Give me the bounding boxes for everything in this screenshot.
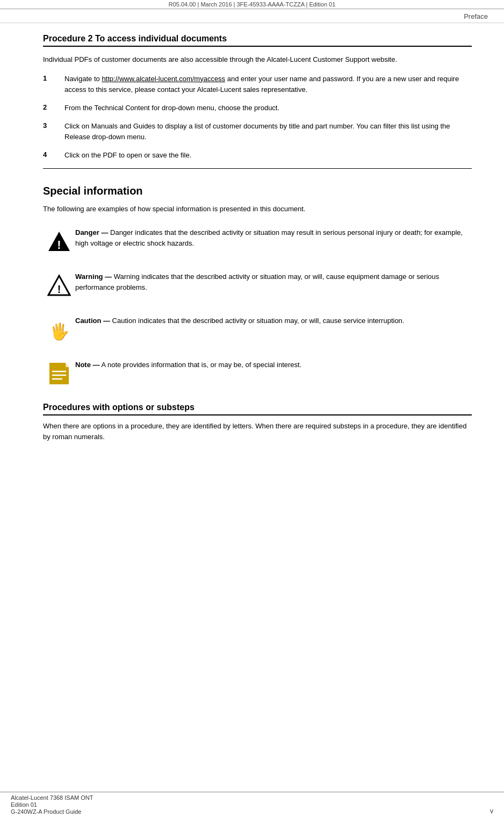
procedure-2-intro: Individual PDFs of customer documents ar… [43,54,472,65]
step-item: 1 Navigate to http://www.alcatel-lucent.… [43,74,472,95]
note-text: A note provides information that is, or … [100,361,302,369]
footer-line3: G-240WZ-A Product Guide [11,808,93,815]
step-4-text: Click on the PDF to open or save the fil… [64,150,472,161]
step-number-2: 2 [43,103,64,111]
special-information-intro: The following are examples of how specia… [43,204,472,214]
note-icon-container [43,362,75,385]
step-item: 4 Click on the PDF to open or save the f… [43,150,472,161]
caution-text: Caution indicates that the described act… [110,317,404,325]
special-information-section: Special information The following are ex… [43,185,472,389]
step-3-text: Click on Manuals and Guides to display a… [64,121,472,142]
danger-text: Danger indicates that the described acti… [75,228,463,247]
note-notice: Note — A note provides information that … [43,356,472,389]
footer-line2: Edition 01 [11,801,93,808]
footer-line1: Alcatel-Lucent 7368 ISAM ONT [11,794,93,801]
warning-label: Warning — [75,273,112,281]
warning-icon: ! [47,274,71,297]
procedures-substeps-section: Procedures with options or substeps When… [43,403,472,442]
header-text: R05.04.00 | March 2016 | 3FE-45933-AAAA-… [169,1,336,8]
procedure-2-section: Procedure 2 To access individual documen… [43,34,472,169]
page-section-label: Preface [0,9,504,23]
step-item: 3 Click on Manuals and Guides to display… [43,121,472,142]
footer: Alcatel-Lucent 7368 ISAM ONT Edition 01 … [0,792,504,817]
danger-icon-container: ! [43,230,75,253]
danger-content: Danger — Danger indicates that the descr… [75,227,472,249]
note-label: Note — [75,361,100,369]
step-item: 2 From the Technical Content for drop-do… [43,103,472,113]
svg-text:!: ! [57,283,61,295]
step-list: 1 Navigate to http://www.alcatel-lucent.… [43,74,472,161]
caution-content: Caution — Caution indicates that the des… [75,316,472,326]
main-content: Procedure 2 To access individual documen… [0,23,504,458]
section-divider [43,168,472,169]
step-number-4: 4 [43,150,64,159]
danger-icon: ! [47,230,71,253]
header-bar: R05.04.00 | March 2016 | 3FE-45933-AAAA-… [0,0,504,9]
svg-marker-6 [66,363,69,367]
special-information-title: Special information [43,185,472,197]
caution-icon-container: 🖐 [43,318,75,341]
step-number-1: 1 [43,74,64,82]
svg-text:!: ! [57,238,61,252]
svg-text:🖐: 🖐 [49,322,70,341]
step-1-text: Navigate to http://www.alcatel-lucent.co… [64,74,472,95]
procedures-substeps-text: When there are options in a procedure, t… [43,421,472,442]
caution-label: Caution — [75,317,110,325]
step-number-3: 3 [43,121,64,130]
note-icon [47,362,71,385]
note-content: Note — A note provides information that … [75,360,472,370]
warning-content: Warning — Warning indicates that the des… [75,271,472,293]
section-label-text: Preface [464,12,488,20]
warning-notice: ! Warning — Warning indicates that the d… [43,268,472,300]
step-2-text: From the Technical Content for drop-down… [64,103,472,113]
procedures-substeps-title: Procedures with options or substeps [43,403,472,415]
warning-text: Warning indicates that the described act… [75,273,439,291]
danger-notice: ! Danger — Danger indicates that the des… [43,224,472,256]
footer-left: Alcatel-Lucent 7368 ISAM ONT Edition 01 … [11,794,93,815]
warning-icon-container: ! [43,274,75,297]
procedure-2-title: Procedure 2 To access individual documen… [43,34,472,47]
caution-icon: 🖐 [47,318,71,341]
step-1-link[interactable]: http://www.alcatel-lucent.com/myaccess [102,75,225,83]
footer-page: v [490,807,493,815]
caution-notice: 🖐 Caution — Caution indicates that the d… [43,312,472,345]
danger-label: Danger — [75,228,108,236]
